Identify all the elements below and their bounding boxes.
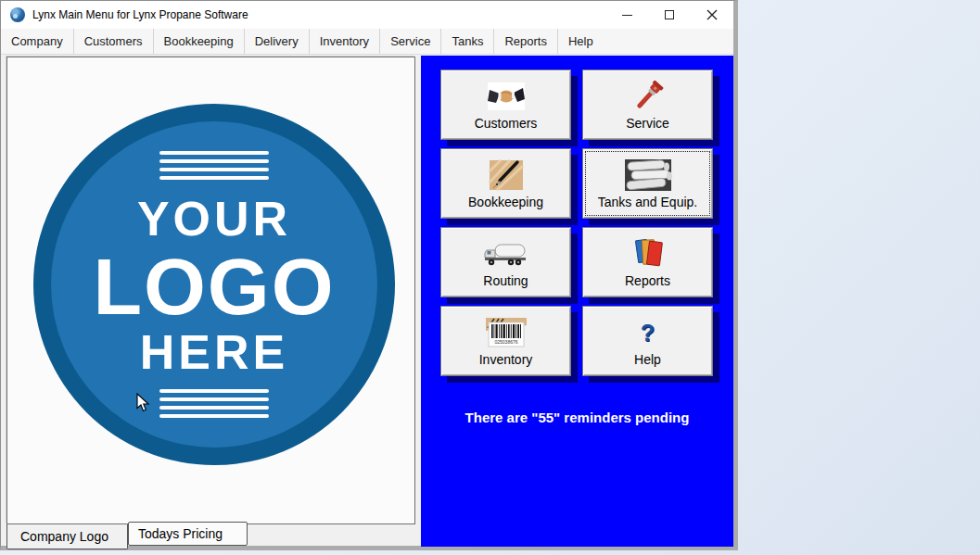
menu-item-company[interactable]: Company [1,29,74,54]
help-button[interactable]: ? Help [582,306,713,376]
logo-panel: YOUR LOGO HERE [6,57,415,524]
logo-word-logo: LOGO [93,246,335,326]
menu-item-reports[interactable]: Reports [494,29,558,54]
inventory-button[interactable]: 025038676 Inventory [440,306,571,376]
tanks-and-equip-button[interactable]: Tanks and Equip. [582,148,713,219]
button-label: Reports [625,273,670,288]
minimize-button[interactable] [605,1,648,29]
maximize-button[interactable] [648,1,691,29]
button-label: Tanks and Equip. [598,195,697,209]
menu-item-customers[interactable]: Customers [74,29,154,54]
reports-button[interactable]: Reports [582,227,713,297]
maximize-icon [665,10,674,19]
bookkeeping-button[interactable]: Bookkeeping [440,148,571,219]
logo-lines-top [159,151,269,180]
tab-company-logo[interactable]: Company Logo [6,524,128,549]
logo-lines-bottom [159,389,269,418]
app-window: Lynx Main Menu for Lynx Propane Software… [0,0,738,550]
menu-item-delivery[interactable]: Delivery [245,29,310,54]
button-label: Bookkeeping [468,195,543,209]
routing-button[interactable]: Routing [440,227,571,297]
button-label: Service [626,116,669,131]
reminders-status: There are "55" reminders pending [421,410,733,425]
menubar: Company Customers Bookkeeping Delivery I… [1,29,733,55]
tab-todays-pricing[interactable]: Todays Pricing [128,522,248,546]
mouse-cursor [136,393,150,413]
close-icon [706,9,718,20]
barcode-icon: 025038676 [485,315,528,350]
company-logo-image: YOUR LOGO HERE [33,104,395,465]
button-label: Customers [475,116,538,131]
folders-icon [628,236,668,271]
menu-item-tanks[interactable]: Tanks [441,29,494,54]
logo-word-here: HERE [140,328,288,376]
desktop: { "window": { "title": "Lynx Main Menu f… [0,0,980,555]
menu-item-bookkeeping[interactable]: Bookkeeping [154,29,245,54]
titlebar: Lynx Main Menu for Lynx Propane Software [1,1,733,29]
service-button[interactable]: Service [582,69,713,140]
close-button[interactable] [691,1,733,29]
window-controls [605,1,733,29]
menu-item-inventory[interactable]: Inventory [310,29,380,54]
button-label: Routing [483,273,528,288]
handshake-icon [485,79,528,114]
customers-button[interactable]: Customers [440,69,571,140]
main-menu-panel: Customers Service [421,56,733,547]
menu-item-help[interactable]: Help [558,29,604,54]
minimize-icon [622,15,632,16]
button-label: Help [634,352,661,367]
question-mark-icon: ? [641,315,655,350]
app-logo-icon [10,7,25,22]
propane-tanks-icon [624,158,672,193]
delivery-truck-icon [483,236,529,271]
menu-item-service[interactable]: Service [380,29,441,54]
pipe-wrench-icon [627,79,669,114]
barcode-digits: 025038676 [494,339,517,345]
pen-paper-icon [486,158,527,193]
logo-word-your: YOUR [137,195,291,243]
button-label: Inventory [479,352,533,367]
window-title: Lynx Main Menu for Lynx Propane Software [32,8,248,21]
